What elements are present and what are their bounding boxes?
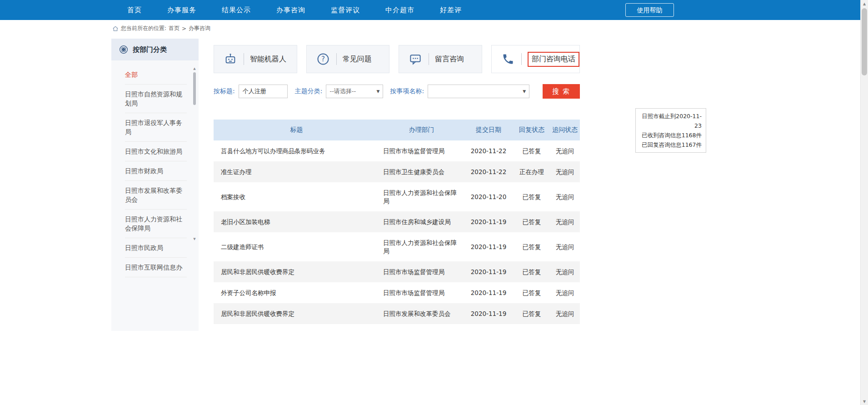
consultation-stats-box: 日照市截止到2020-11-23 已收到咨询信息1168件 已回复咨询信息116… xyxy=(635,108,706,153)
table-row[interactable]: 莒县什么地方可以办理商品条形码业务 日照市市场监督管理局 2020-11-22 … xyxy=(214,140,580,161)
cell-title: 居民和非居民供暖收费界定 xyxy=(214,303,379,324)
cell-date: 2020-11-19 xyxy=(464,261,514,282)
cell-department: 日照市发展和改革委员会 xyxy=(379,303,464,324)
page-scrollbar[interactable]: ▲ ▼ xyxy=(860,0,868,405)
cell-department: 日照市市场监督管理局 xyxy=(379,282,464,303)
cell-date: 2020-11-22 xyxy=(464,161,514,182)
nav-item-supervision[interactable]: 监督评议 xyxy=(318,0,373,20)
content-area: 按部门分类 全部 日照市自然资源和规划局 日照市退役军人事务局 日照市文化和旅游… xyxy=(111,39,697,331)
search-button[interactable]: 搜 索 xyxy=(543,84,580,99)
cell-date: 2020-11-19 xyxy=(464,211,514,232)
main-panel: 智能机器人 ? 常见问题 xyxy=(214,39,580,331)
cell-reply-status: 已答复 xyxy=(514,182,550,211)
sidebar-header: 按部门分类 xyxy=(111,39,199,60)
cell-reply-status: 已答复 xyxy=(514,261,550,282)
cell-department: 日照市人力资源和社会保障局 xyxy=(379,232,464,261)
phone-icon xyxy=(501,52,515,66)
stats-line-received: 已收到咨询信息1168件 xyxy=(640,130,702,140)
table-header-row: 标题 办理部门 提交日期 回复状态 追问状态 xyxy=(214,120,580,140)
department-category-icon xyxy=(119,45,129,55)
search-bar: 按标题: 主题分类: --请选择-- ▼ 按事项名称: ▼ 搜 索 xyxy=(214,84,580,99)
question-icon: ? xyxy=(316,52,330,66)
scroll-up-icon[interactable]: ▲ xyxy=(193,67,196,71)
scroll-down-icon[interactable]: ▼ xyxy=(193,237,196,241)
cell-follow-status: 无追问 xyxy=(550,303,580,324)
tab-smart-robot[interactable]: 智能机器人 xyxy=(214,45,297,73)
cell-follow-status: 无追问 xyxy=(550,182,580,211)
column-header-date: 提交日期 xyxy=(464,120,514,140)
nav-item-rating[interactable]: 好差评 xyxy=(427,0,474,20)
cell-follow-status: 无追问 xyxy=(550,261,580,282)
cell-date: 2020-11-19 xyxy=(464,232,514,261)
column-header-department: 办理部门 xyxy=(379,120,464,140)
help-button[interactable]: 使用帮助 xyxy=(625,3,674,17)
nav-menu: 首页 办事服务 结果公示 办事咨询 监督评议 中介超市 好差评 xyxy=(115,0,474,20)
top-navigation-bar: 首页 办事服务 结果公示 办事咨询 监督评议 中介超市 好差评 使用帮助 xyxy=(0,0,860,20)
svg-text:?: ? xyxy=(321,55,325,63)
column-header-title: 标题 xyxy=(214,120,379,140)
cell-title: 准生证办理 xyxy=(214,161,379,182)
cell-date: 2020-11-19 xyxy=(464,282,514,303)
cell-follow-status: 无追问 xyxy=(550,140,580,161)
tab-message-consult[interactable]: 留言咨询 xyxy=(399,45,482,73)
sidebar-title: 按部门分类 xyxy=(133,45,167,54)
table-row[interactable]: 准生证办理 日照市卫生健康委员会 2020-11-22 正在办理 无追问 xyxy=(214,161,580,182)
table-row[interactable]: 居民和非居民供暖收费界定 日照市发展和改革委员会 2020-11-19 已答复 … xyxy=(214,303,580,324)
title-search-input[interactable] xyxy=(239,85,288,98)
cell-title: 居民和非居民供暖收费界定 xyxy=(214,261,379,282)
breadcrumb-separator: > xyxy=(182,25,186,32)
sidebar-scrollbar-thumb[interactable] xyxy=(193,72,196,105)
category-filter-label: 主题分类: xyxy=(295,87,323,95)
nav-item-home[interactable]: 首页 xyxy=(115,0,155,20)
table-row[interactable]: 档案接收 日照市人力资源和社会保障局 2020-11-20 已答复 无追问 xyxy=(214,182,580,211)
scroll-down-icon[interactable]: ▼ xyxy=(861,398,868,405)
sidebar-item-development-reform[interactable]: 日照市发展和改革委员会 xyxy=(125,181,187,210)
stats-line-date: 日照市截止到2020-11-23 xyxy=(640,111,702,130)
table-row[interactable]: 居民和非居民供暖收费界定 日照市市场监督管理局 2020-11-19 已答复 无… xyxy=(214,261,580,282)
category-select-value: --请选择-- xyxy=(329,87,356,95)
category-select[interactable]: --请选择-- ▼ xyxy=(326,85,383,98)
sidebar-scrollbar[interactable]: ▲ ▼ xyxy=(193,67,196,241)
sidebar-item-natural-resources[interactable]: 日照市自然资源和规划局 xyxy=(125,85,187,113)
chevron-down-icon: ▼ xyxy=(377,89,380,94)
tab-divider xyxy=(429,53,429,65)
breadcrumb-home-link[interactable]: 首页 xyxy=(169,25,180,32)
cell-department: 日照市人力资源和社会保障局 xyxy=(379,182,464,211)
sidebar-item-veterans-affairs[interactable]: 日照市退役军人事务局 xyxy=(125,113,187,142)
cell-reply-status: 已答复 xyxy=(514,282,550,303)
item-name-select[interactable]: ▼ xyxy=(428,85,529,98)
cell-department: 日照市市场监督管理局 xyxy=(379,140,464,161)
nav-item-consultation[interactable]: 办事咨询 xyxy=(264,0,318,20)
cell-title: 档案接收 xyxy=(214,182,379,211)
column-header-reply-status: 回复状态 xyxy=(514,120,550,140)
nav-item-results[interactable]: 结果公示 xyxy=(209,0,264,20)
cell-follow-status: 无追问 xyxy=(550,211,580,232)
table-row[interactable]: 老旧小区加装电梯 日照市住房和城乡建设局 2020-11-19 已答复 无追问 xyxy=(214,211,580,232)
sidebar-item-all[interactable]: 全部 xyxy=(125,65,187,85)
cell-reply-status: 已答复 xyxy=(514,211,550,232)
breadcrumb-current[interactable]: 办事咨询 xyxy=(189,25,210,32)
nav-item-services[interactable]: 办事服务 xyxy=(155,0,209,20)
chevron-down-icon: ▼ xyxy=(523,89,526,94)
tab-divider xyxy=(244,53,244,65)
scroll-up-icon[interactable]: ▲ xyxy=(861,0,868,7)
sidebar-item-culture-tourism[interactable]: 日照市文化和旅游局 xyxy=(125,142,187,161)
cell-department: 日照市市场监督管理局 xyxy=(379,261,464,282)
nav-item-agency-market[interactable]: 中介超市 xyxy=(373,0,427,20)
sidebar-item-human-resources[interactable]: 日照市人力资源和社会保障局 xyxy=(125,210,187,238)
stats-line-replied: 已回复咨询信息1167件 xyxy=(640,140,702,150)
table-row[interactable]: 外资子公司名称申报 日照市市场监督管理局 2020-11-19 已答复 无追问 xyxy=(214,282,580,303)
tab-department-phone[interactable]: 部门咨询电话 xyxy=(491,45,580,73)
cell-title: 老旧小区加装电梯 xyxy=(214,211,379,232)
tab-faq[interactable]: ? 常见问题 xyxy=(306,45,390,73)
table-row[interactable]: 二级建造师证书 日照市人力资源和社会保障局 2020-11-19 已答复 无追问 xyxy=(214,232,580,261)
sidebar-item-civil-affairs[interactable]: 日照市民政局 xyxy=(125,238,187,258)
tab-label-active: 部门咨询电话 xyxy=(528,52,579,67)
department-list: 全部 日照市自然资源和规划局 日照市退役军人事务局 日照市文化和旅游局 日照市财… xyxy=(111,60,199,277)
cell-follow-status: 无追问 xyxy=(550,282,580,303)
cell-reply-status: 已答复 xyxy=(514,232,550,261)
page-scrollbar-thumb[interactable] xyxy=(862,8,867,75)
consultation-table: 标题 办理部门 提交日期 回复状态 追问状态 莒县什么地方可以办理商品条形码业务… xyxy=(214,120,580,324)
sidebar-item-finance[interactable]: 日照市财政局 xyxy=(125,161,187,181)
sidebar-item-internet-info[interactable]: 日照市互联网信息办 xyxy=(125,258,187,277)
